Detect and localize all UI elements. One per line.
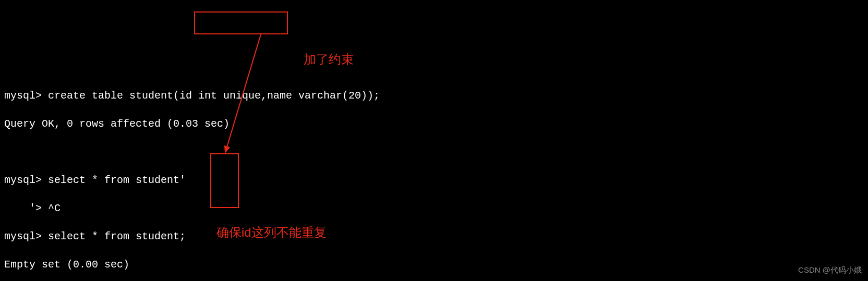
ctrl-c: ^C <box>42 202 61 214</box>
mysql-prompt: mysql> <box>4 174 42 186</box>
mysql-prompt: mysql> <box>4 230 42 242</box>
create-table-command: create table student(id int unique,name … <box>42 90 380 102</box>
create-response: Query OK, 0 rows affected (0.03 sec) <box>4 117 864 131</box>
select-response: Empty set (0.00 sec) <box>4 258 864 272</box>
select-error-command: select * from student' <box>42 174 186 186</box>
annotation-unique-label: 确保id这列不能重复 <box>216 225 327 239</box>
mysql-prompt: mysql> <box>4 90 42 102</box>
continuation-prompt: '> <box>4 202 42 214</box>
annotation-constraint-label: 加了约束 <box>304 52 354 66</box>
select-command: select * from student; <box>42 230 186 242</box>
terminal-output: mysql> create table student(id int uniqu… <box>0 56 868 281</box>
csdn-watermark: CSDN @代码小娥 <box>798 263 862 277</box>
blank-line <box>4 145 864 159</box>
highlight-box-constraint <box>194 11 288 34</box>
